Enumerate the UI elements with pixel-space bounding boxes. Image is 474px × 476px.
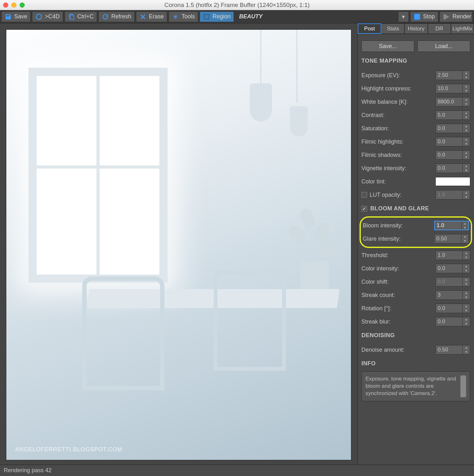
filmic-hi-label: Filmic highlights: — [361, 139, 433, 145]
svg-rect-2 — [70, 15, 74, 20]
saturation-label: Saturation: — [361, 125, 433, 132]
save-post-button[interactable]: Save... — [361, 40, 414, 52]
info-header: INFO — [361, 360, 470, 367]
info-scrollbar[interactable] — [460, 375, 466, 397]
lut-checkbox[interactable] — [361, 192, 367, 198]
exposure-field[interactable]: ▲▼ — [435, 71, 470, 80]
tools-button[interactable]: Tools — [169, 11, 198, 22]
save-label: Save — [14, 13, 27, 20]
blur-label: Streak blur: — [361, 318, 433, 325]
saturation-field[interactable]: ▲▼ — [435, 124, 470, 133]
region-button[interactable]: Region — [200, 11, 234, 22]
highlight-annotation: Bloom intensity: ▲▼ Glare intensity: ▲▼ — [360, 216, 472, 248]
glare-int-label: Glare intensity: — [363, 236, 432, 242]
tab-dr[interactable]: DR — [428, 23, 451, 34]
render-image: ANGELOFERRETTI.BLOGSPOT.COM — [6, 30, 351, 460]
tab-post[interactable]: Post — [358, 23, 381, 34]
render-pass-label: BEAUTY — [235, 13, 397, 20]
load-post-button[interactable]: Load... — [417, 40, 470, 52]
lut-field[interactable]: ▲▼ — [435, 190, 470, 200]
stop-label: Stop — [423, 13, 435, 20]
copy-label: Ctrl+C — [77, 13, 94, 20]
color-shift-field[interactable]: ▲▼ — [435, 277, 470, 287]
streak-label: Streak count: — [361, 292, 433, 299]
c4d-icon — [35, 13, 42, 20]
vignette-label: Vignette intensity: — [361, 165, 433, 172]
viewport[interactable]: ANGELOFERRETTI.BLOGSPOT.COM — [0, 23, 357, 465]
highlight-label: Highlight compress: — [361, 85, 433, 92]
bloom-checkbox[interactable]: ✓ — [361, 206, 367, 212]
tools-label: Tools — [182, 13, 195, 20]
stop-button[interactable]: Stop — [410, 11, 438, 22]
refresh-button[interactable]: Refresh — [98, 11, 135, 22]
contrast-label: Contrast: — [361, 112, 433, 119]
denoise-field[interactable]: ▲▼ — [435, 345, 470, 355]
toolbar: Save >C4D Ctrl+C Refresh Erase Tools Reg… — [0, 10, 474, 23]
play-icon — [443, 13, 450, 20]
watermark: ANGELOFERRETTI.BLOGSPOT.COM — [15, 446, 122, 453]
color-shift-label: Color shift: — [361, 279, 433, 285]
tone-mapping-header: TONE MAPPING — [361, 58, 470, 64]
side-panel: Post Stats History DR LightMix Save... L… — [357, 23, 474, 465]
pass-dropdown[interactable]: ▾ — [398, 11, 409, 22]
refresh-icon — [102, 13, 109, 20]
streak-field[interactable]: ▲▼ — [435, 290, 470, 300]
glare-int-field[interactable]: ▲▼ — [434, 234, 469, 244]
bloom-header: BLOOM AND GLARE — [370, 205, 429, 212]
rotation-field[interactable]: ▲▼ — [435, 304, 470, 313]
wb-field[interactable]: ▲▼ — [435, 97, 470, 107]
c4d-button[interactable]: >C4D — [32, 11, 63, 22]
bloom-int-field[interactable]: ▲▼ — [434, 221, 469, 230]
tab-lightmix[interactable]: LightMix — [451, 23, 474, 34]
filmic-sh-label: Filmic shadows: — [361, 152, 433, 158]
save-button[interactable]: Save — [1, 11, 31, 22]
status-text: Rendering pass 42 — [4, 467, 52, 474]
copy-button[interactable]: Ctrl+C — [65, 11, 97, 22]
refresh-label: Refresh — [111, 13, 131, 20]
threshold-label: Threshold: — [361, 252, 433, 259]
bloom-int-label: Bloom intensity: — [363, 222, 432, 229]
color-int-field[interactable]: ▲▼ — [435, 264, 470, 273]
copy-icon — [68, 13, 75, 20]
filmic-hi-field[interactable]: ▲▼ — [435, 137, 470, 146]
wb-label: White balance [K]: — [361, 99, 433, 105]
floppy-icon — [5, 13, 12, 20]
gear-icon — [172, 13, 179, 20]
denoise-header: DENOISING — [361, 332, 470, 339]
info-text: Exposure, tone mapping, vignette and blo… — [366, 375, 457, 397]
vignette-field[interactable]: ▲▼ — [435, 164, 470, 173]
blur-field[interactable]: ▲▼ — [435, 317, 470, 326]
tab-history[interactable]: History — [404, 23, 428, 34]
tab-stats[interactable]: Stats — [381, 23, 404, 34]
tint-swatch[interactable] — [435, 177, 470, 186]
render-label: Render — [452, 13, 471, 20]
info-box: Exposure, tone mapping, vignette and blo… — [361, 371, 470, 401]
lut-label: LUT opacity: — [370, 192, 433, 198]
exposure-label: Exposure (EV): — [361, 72, 433, 79]
erase-button[interactable]: Erase — [136, 11, 167, 22]
threshold-field[interactable]: ▲▼ — [435, 250, 470, 260]
highlight-field[interactable]: ▲▼ — [435, 84, 470, 93]
rotation-label: Rotation [°]: — [361, 305, 433, 312]
filmic-sh-field[interactable]: ▲▼ — [435, 150, 470, 160]
tint-label: Color tint: — [361, 178, 433, 185]
stop-icon — [414, 13, 421, 20]
denoise-label: Denoise amount: — [361, 347, 433, 353]
region-label: Region — [212, 13, 231, 20]
color-int-label: Color intensity: — [361, 265, 433, 272]
svg-point-0 — [36, 14, 42, 19]
c4d-label: >C4D — [45, 13, 60, 20]
contrast-field[interactable]: ▲▼ — [435, 110, 470, 120]
region-icon — [203, 13, 210, 20]
erase-icon — [139, 13, 146, 20]
window-title: Corona 1.5 (hotfix 2) Frame Buffer (1240… — [0, 2, 474, 9]
svg-rect-4 — [204, 14, 209, 19]
status-bar: Rendering pass 42 — [0, 465, 474, 476]
erase-label: Erase — [149, 13, 164, 20]
render-button[interactable]: Render — [440, 11, 473, 22]
